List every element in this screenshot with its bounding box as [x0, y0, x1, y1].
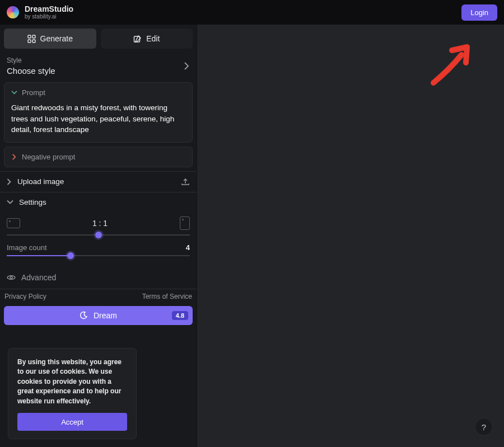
prompt-label: Prompt	[22, 88, 45, 97]
aspect-ratio-slider[interactable]	[7, 234, 190, 236]
negative-prompt-section[interactable]: Negative prompt	[4, 147, 193, 167]
prompt-text[interactable]: Giant redwoods in a misty forest, with t…	[4, 102, 192, 142]
app-subtitle: by stability.ai	[25, 13, 73, 20]
cookie-banner: By using this website, you agree to our …	[8, 348, 137, 439]
dream-button[interactable]: Dream 4.8	[4, 306, 193, 325]
eye-icon	[7, 274, 16, 281]
chevron-down-icon	[7, 200, 13, 205]
tab-edit[interactable]: Edit	[101, 29, 193, 49]
style-selector[interactable]: Style Choose style	[0, 51, 197, 82]
cookie-text: By using this website, you agree to our …	[17, 357, 127, 406]
cookie-accept-button[interactable]: Accept	[17, 413, 127, 431]
chevron-right-icon	[183, 62, 190, 70]
tab-generate[interactable]: Generate	[4, 29, 96, 49]
image-count-slider[interactable]	[7, 255, 190, 256]
image-count-value: 4	[186, 243, 190, 252]
landscape-ratio-icon[interactable]	[7, 218, 20, 228]
privacy-policy-link[interactable]: Privacy Policy	[4, 293, 46, 300]
moon-icon	[80, 311, 88, 319]
canvas-area: ?	[197, 25, 504, 447]
sidebar: Generate Edit Style Choose style	[0, 25, 197, 447]
portrait-ratio-icon[interactable]	[180, 217, 190, 230]
negative-prompt-label: Negative prompt	[22, 153, 75, 161]
advanced-row[interactable]: Advanced	[0, 266, 197, 289]
svg-point-5	[10, 276, 12, 279]
svg-rect-1	[32, 35, 35, 38]
tab-generate-label: Generate	[40, 34, 73, 43]
terms-of-service-link[interactable]: Terms of Service	[142, 293, 192, 300]
settings-header[interactable]: Settings	[0, 192, 197, 212]
chevron-right-icon	[7, 178, 12, 185]
edit-icon	[133, 35, 142, 43]
dream-cost-badge: 4.8	[172, 311, 188, 320]
advanced-label: Advanced	[21, 273, 56, 282]
chevron-right-icon	[11, 154, 17, 160]
tab-edit-label: Edit	[146, 34, 160, 43]
dream-label: Dream	[94, 311, 117, 320]
grid-icon	[27, 35, 36, 43]
brand[interactable]: DreamStudio by stability.ai	[7, 5, 73, 20]
help-label: ?	[482, 422, 486, 432]
svg-rect-3	[32, 40, 35, 43]
help-button[interactable]: ?	[475, 418, 493, 436]
prompt-header[interactable]: Prompt	[4, 83, 192, 102]
svg-rect-0	[28, 35, 31, 38]
upload-image-label: Upload image	[17, 177, 64, 186]
logo-icon	[7, 6, 19, 18]
settings-label: Settings	[19, 198, 46, 206]
upload-icon[interactable]	[181, 177, 190, 186]
aspect-ratio-value: 1 : 1	[92, 219, 108, 228]
svg-rect-2	[28, 40, 31, 43]
topbar: DreamStudio by stability.ai Login	[0, 0, 504, 25]
style-label: Style	[7, 57, 55, 64]
app-title: DreamStudio	[25, 5, 73, 13]
login-button[interactable]: Login	[461, 4, 497, 21]
annotation-arrow-icon	[427, 39, 477, 90]
image-count-label: Image count	[7, 243, 47, 252]
prompt-section: Prompt Giant redwoods in a misty forest,…	[4, 82, 193, 143]
upload-image-row[interactable]: Upload image	[0, 171, 197, 192]
chevron-down-icon	[11, 90, 17, 96]
style-value: Choose style	[7, 66, 55, 76]
